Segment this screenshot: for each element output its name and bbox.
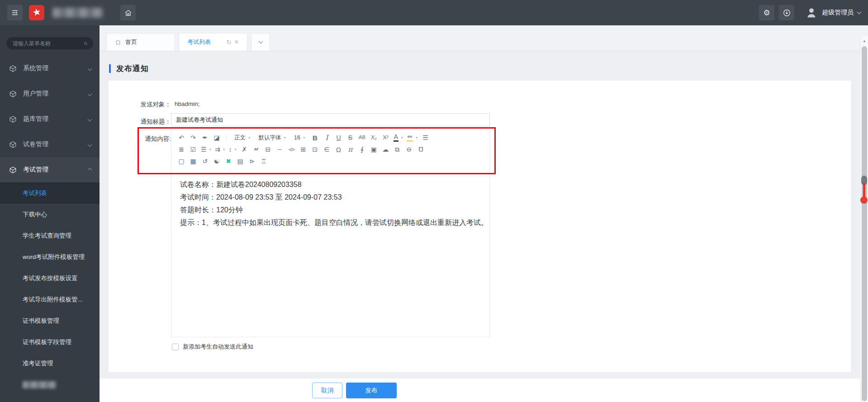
paragraph-style-dropdown[interactable]: 正文▾ [231, 133, 254, 143]
code-block-icon[interactable]: </> [286, 144, 297, 154]
sidebar-sub-item[interactable]: 证书模板字段管理 [0, 331, 100, 353]
redacted-label [23, 381, 56, 388]
font-family-dropdown[interactable]: 默认字体▾ [255, 133, 290, 143]
auto-send-checkbox[interactable] [172, 344, 179, 350]
scrollbar-thumb[interactable] [862, 46, 867, 401]
more-text-style-icon[interactable]: AB [357, 133, 368, 143]
sidebar-sub-item[interactable] [0, 374, 100, 395]
app-x-icon[interactable]: ✖ [223, 156, 234, 166]
strikethrough-icon[interactable]: S [345, 133, 356, 143]
sidebar-sub-label: 准考证管理 [23, 359, 53, 368]
auto-send-row: 新添加考生自动发送此通知 [172, 343, 253, 351]
format-painter-icon[interactable]: ✒ [199, 133, 210, 143]
sidebar-sub-item[interactable]: 考试导出附件模板管... [0, 289, 100, 310]
image-icon[interactable]: ▣ [368, 144, 379, 154]
blockquote-icon[interactable]: “ [251, 144, 261, 154]
table-header-icon[interactable]: ⊡ [309, 144, 320, 154]
editor-line: 考试时间：2024-08-09 23:53 至 2024-09-07 23:53 [180, 193, 480, 201]
sidebar-sub-label: 考试发布按模板设置 [23, 274, 78, 282]
italic-icon[interactable]: I [322, 133, 332, 143]
home-button[interactable] [120, 5, 136, 20]
scroll-up-arrow[interactable]: ▲ [861, 39, 868, 43]
publish-button[interactable]: 发布 [346, 383, 397, 398]
sidebar-group-item[interactable]: 试卷管理 [0, 132, 100, 157]
page-header: 发布通知 [109, 63, 149, 74]
settings-button[interactable]: ⚙ [759, 5, 774, 20]
sidebar-sub-item[interactable]: 下载中心 [0, 204, 100, 225]
tab-home[interactable]: 首页 [106, 33, 175, 51]
formula-icon[interactable]: π [345, 144, 356, 154]
align-dropdown[interactable]: ☰▾ [199, 144, 213, 154]
sidebar-sub-item[interactable]: 证书模板管理 [0, 310, 100, 331]
window-icon[interactable]: ▢ [176, 156, 187, 166]
sidebar-group-item[interactable]: 系统管理 [0, 56, 100, 81]
microphone-icon[interactable]: ℧ [415, 144, 426, 154]
tab-exam-list[interactable]: 考试列表 ↻ × [179, 33, 247, 51]
sidebar-sub-item[interactable]: 学生考试查询管理 [0, 225, 100, 246]
sidebar: 系统管理 用户管理 题库管理 试卷管理 考试管理 考试列表 下载中心 学生考试查… [0, 25, 100, 402]
sidebar-sub-item[interactable]: 考试列表 [0, 182, 100, 204]
link-icon[interactable]: ⊖ [403, 144, 414, 154]
ordered-list-icon[interactable]: ≣ [176, 144, 187, 154]
special-char-icon[interactable]: Ω [333, 144, 344, 154]
download-center-button[interactable] [779, 5, 794, 20]
doc-search-icon[interactable]: ▤ [235, 156, 246, 166]
sidebar-sub-item[interactable]: 准考证管理 [0, 353, 100, 374]
star-icon: ★ [31, 6, 42, 18]
dotted-line-icon[interactable]: ┄ [274, 144, 285, 154]
table-icon[interactable]: ⊞ [298, 144, 308, 154]
sidebar-sub-item[interactable]: 考试发布按模板设置 [0, 268, 100, 289]
bullet-list-icon[interactable]: ☰ [420, 133, 431, 143]
divider-icon[interactable]: ⊟ [262, 144, 273, 154]
bold-icon[interactable]: B [310, 133, 321, 143]
tab-list-dropdown[interactable] [251, 33, 270, 51]
cancel-button[interactable]: 取消 [312, 383, 342, 398]
video-icon[interactable]: ⊳ [247, 156, 257, 166]
sidebar-collapse-button[interactable] [7, 5, 23, 20]
editor-content[interactable]: 试卷名称：新建试卷20240809203358考试时间：2024-08-09 2… [171, 167, 489, 227]
sidebar-sub-label: 证书模板字段管理 [23, 338, 71, 346]
stamp-icon[interactable]: ♖ [258, 156, 269, 166]
notice-title-input[interactable] [171, 113, 490, 126]
sidebar-group-item[interactable]: 考试管理 [0, 157, 100, 182]
tab-bar: 首页 考试列表 ↻ × [100, 25, 868, 51]
attachment-icon[interactable]: ∮ [356, 144, 367, 154]
sidebar-group-item[interactable]: 题库管理 [0, 106, 100, 132]
font-color-dropdown[interactable]: A▾ [392, 133, 405, 143]
sidebar-sub-item[interactable]: word考试附件模板管理 [0, 246, 100, 268]
clear-style-icon[interactable]: ✗ [239, 144, 250, 154]
superscript-icon[interactable]: X² [380, 133, 391, 143]
sidebar-sub-label: 证书模板管理 [23, 317, 59, 325]
rich-text-editor: ↶↷✒◪正文▾默认字体▾16▾BIUSABX₂X²A▾✏▾☰≣☑☰▾⇉▾↕▾✗“… [171, 129, 490, 337]
undo-icon[interactable]: ↶ [176, 133, 187, 143]
line-height-dropdown[interactable]: ↕▾ [227, 144, 238, 154]
import-icon[interactable]: ↺ [199, 156, 210, 166]
sidebar-group-item[interactable]: 用户管理 [0, 81, 100, 106]
wechat-icon[interactable]: ☯ [211, 156, 222, 166]
subscript-icon[interactable]: X₂ [369, 133, 379, 143]
tab-close-icon[interactable]: × [234, 38, 239, 47]
vertical-scrollbar[interactable]: ▲ [860, 36, 868, 402]
toc-icon[interactable]: ∈ [321, 144, 332, 154]
task-list-icon[interactable]: ☑ [188, 144, 199, 154]
file-icon[interactable]: ⧉ [392, 144, 403, 154]
editor-toolbar: ↶↷✒◪正文▾默认字体▾16▾BIUSABX₂X²A▾✏▾☰≣☑☰▾⇉▾↕▾✗“… [171, 129, 489, 167]
tab-refresh-icon[interactable]: ↻ [226, 38, 232, 46]
sidebar-sub-label: 学生考试查询管理 [23, 232, 71, 240]
font-size-dropdown[interactable]: 16▾ [290, 133, 308, 143]
cube-icon [9, 115, 17, 123]
whiteboard-icon[interactable]: ▦ [188, 156, 199, 166]
underline-icon[interactable]: U [333, 133, 344, 143]
menu-search-input[interactable] [12, 40, 84, 47]
indent-dropdown[interactable]: ⇉▾ [213, 144, 226, 154]
send-to-value: hbadmin; [175, 100, 200, 107]
cloud-download-icon [783, 9, 791, 17]
redo-icon[interactable]: ↷ [188, 133, 199, 143]
eraser-icon[interactable]: ◪ [211, 133, 222, 143]
cube-icon [9, 141, 17, 148]
notice-title-label: 通知标题： [109, 118, 171, 126]
sidebar-sub-item[interactable]: 批量修改考试设置 [0, 395, 100, 402]
user-menu[interactable]: 超级管理员 [805, 6, 861, 19]
cloud-upload-icon[interactable]: ☁ [380, 144, 391, 154]
highlight-color-dropdown[interactable]: ✏▾ [405, 133, 419, 143]
